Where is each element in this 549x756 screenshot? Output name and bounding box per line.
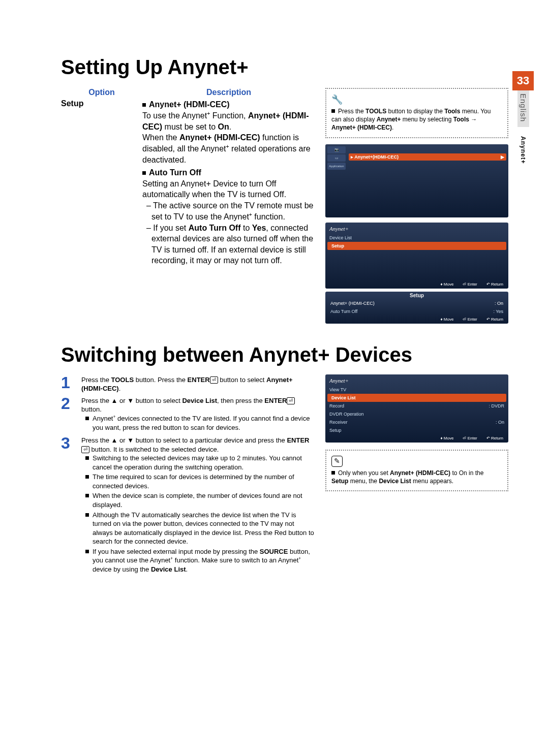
- tools-callout: 🔧 Press the TOOLS button to display the …: [325, 88, 508, 138]
- bullet-icon: [142, 171, 146, 175]
- osd-setup-row: Auto Turn Off: Yes: [325, 307, 508, 316]
- page-content: Setting Up Anynet+ Option Description Se…: [0, 0, 549, 597]
- osd-title: Anynet+: [325, 374, 508, 386]
- step-number: 2: [61, 395, 76, 433]
- osd-sidebar-item: 📷: [327, 146, 346, 153]
- option-setup-label: Setup: [61, 99, 142, 266]
- osd-setup-panel: Setup Anynet+ (HDMI-CEC): On Auto Turn O…: [325, 292, 508, 324]
- heading-setting-up: Setting Up Anynet+: [61, 56, 508, 79]
- options-table: Option Description Setup Anynet+ (HDMI-C…: [61, 88, 315, 324]
- enter-icon: ⏎: [81, 446, 89, 453]
- osd-setup-row: Anynet+ (HDMI-CEC): On: [325, 299, 508, 307]
- osd-device-list-menu: Anynet+ View TVDevice ListRecord: DVDRDV…: [325, 374, 508, 443]
- heading-switching: Switching between Anynet+ Devices: [61, 344, 508, 365]
- col-header-option: Option: [61, 88, 142, 97]
- osd-anynet-menu: Anynet+ Device List Setup ♦ Move ⏎ Enter…: [325, 223, 508, 289]
- osd-setup-title: Setup: [325, 292, 508, 299]
- osd-menu-item: Record: DVDR: [325, 402, 508, 410]
- osd-sidebar-item: Application: [327, 163, 346, 170]
- option-setup-desc: Anynet+ (HDMI-CEC) To use the Anynet+ Fu…: [142, 99, 315, 266]
- osd-footer: ♦ Move ⏎ Enter ↶ Return: [325, 280, 508, 289]
- col-header-description: Description: [142, 88, 315, 97]
- tools-icon: 🔧: [331, 94, 343, 105]
- step-number: 3: [61, 435, 76, 575]
- osd-selected-row: ▸ Anynet+(HDMI-CEC)▶: [349, 153, 506, 161]
- bullet-icon: [331, 109, 335, 113]
- osd-menu-item: View TV: [325, 386, 508, 394]
- osd-menu-item: Device List: [325, 234, 508, 242]
- device-list-note: ✎ Only when you set Anynet+ (HDMI-CEC) t…: [325, 450, 508, 491]
- osd-title: Anynet+: [325, 223, 508, 234]
- osd-menu-item: Setup: [325, 426, 508, 434]
- osd-sidebar-item: ▭: [327, 154, 346, 162]
- enter-icon: ⏎: [287, 397, 295, 404]
- step-2: 2 Press the ▲ or ▼ button to select Devi…: [61, 395, 315, 433]
- step-3: 3 Press the ▲ or ▼ button to select to a…: [61, 435, 315, 575]
- enter-icon: ⏎: [210, 376, 218, 384]
- bullet-icon: [142, 103, 146, 107]
- step-number: 1: [61, 374, 76, 393]
- osd-footer: ♦ Move ⏎ Enter ↶ Return: [325, 316, 508, 324]
- osd-menu-item: Receiver: On: [325, 418, 508, 426]
- osd-application-menu: 📷 ▭ Application ▸ Anynet+(HDMI-CEC)▶: [325, 144, 508, 217]
- note-icon: ✎: [331, 456, 343, 467]
- osd-footer: ♦ Move ⏎ Enter ↶ Return: [325, 434, 508, 443]
- osd-menu-item: DVDR Operation: [325, 410, 508, 418]
- step-1: 1 Press the TOOLS button. Press the ENTE…: [61, 374, 315, 393]
- osd-menu-item-selected: Device List: [327, 394, 506, 402]
- osd-menu-item-selected: Setup: [327, 242, 506, 250]
- bullet-icon: [331, 471, 335, 475]
